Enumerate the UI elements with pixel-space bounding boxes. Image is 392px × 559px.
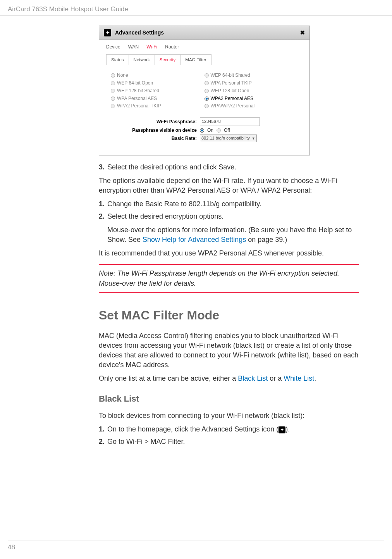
mac-para-1: MAC (Media Access Control) filtering ena… xyxy=(99,331,359,370)
note-block: Note: The Wi-Fi Passphrase length depend… xyxy=(99,264,359,293)
link-show-help[interactable]: Show Help for Advanced Settings xyxy=(143,236,246,243)
options-col-right: WEP 64-bit Shared WPA Personal TKIP WEP … xyxy=(205,71,298,110)
subtab-mac-filter[interactable]: MAC Filter xyxy=(180,54,211,65)
tab-wan[interactable]: WAN xyxy=(128,44,139,50)
text-a: Only one list at a time can be active, e… xyxy=(99,374,238,382)
opt-wep64-shared[interactable]: WEP 64-bit Shared xyxy=(205,72,298,79)
content-area: ✦ Advanced Settings ✖ Device WAN Wi-Fi R… xyxy=(0,16,392,457)
screenshot-title: Advanced Settings xyxy=(115,29,300,37)
gear-icon: ✦ xyxy=(279,426,285,433)
visibility-on[interactable]: On xyxy=(200,127,213,134)
subtabs-row: Status Network Security MAC Filter xyxy=(106,54,303,65)
passphrase-label: Wi-Fi Passphrase: xyxy=(109,119,200,125)
step-number: 2. xyxy=(99,437,107,447)
mid-step-2-extra: Mouse-over the options for more informat… xyxy=(107,225,359,245)
opt-none[interactable]: None xyxy=(111,72,205,79)
chevron-down-icon: ▼ xyxy=(252,136,255,141)
radio-icon xyxy=(217,128,221,133)
step-number: 2. xyxy=(99,212,107,221)
text-b: or a xyxy=(268,374,284,382)
opt-wep128-open[interactable]: WEP 128-bit Open xyxy=(205,88,298,94)
step-text: Go to Wi-Fi > MAC Filter. xyxy=(107,438,185,445)
text-a: On to the homepage, click the Advanced S… xyxy=(107,425,279,433)
radio-icon xyxy=(111,89,115,93)
encryption-options: None WEP 64-bit Open WEP 128-bit Shared … xyxy=(99,69,309,114)
step-number: 3. xyxy=(99,162,107,172)
mac-para-2: Only one list at a time can be active, e… xyxy=(99,374,359,383)
subtab-status[interactable]: Status xyxy=(106,54,129,65)
text-c: . xyxy=(314,374,316,382)
opt-wpa-tkip[interactable]: WPA Personal TKIP xyxy=(205,80,298,86)
page-number: 48 xyxy=(8,543,15,551)
radio-icon xyxy=(205,81,209,85)
radio-icon xyxy=(200,128,204,133)
heading-mac-filter-mode: Set MAC Filter Mode xyxy=(99,307,359,324)
note-label: Note: xyxy=(99,269,117,277)
passphrase-row: Wi-Fi Passphrase: 12345678 xyxy=(109,117,300,126)
link-white-list[interactable]: White List xyxy=(284,374,314,382)
radio-icon xyxy=(111,81,115,85)
radio-icon xyxy=(111,104,115,108)
visibility-off[interactable]: Off xyxy=(217,127,230,134)
subtab-network[interactable]: Network xyxy=(129,54,155,65)
basic-rate-select[interactable]: 802.11 b/g/n compatibility ▼ xyxy=(200,135,257,142)
opt-wpa-aes[interactable]: WPA Personal AES xyxy=(111,95,205,102)
black-step-1: 1.On to the homepage, click the Advanced… xyxy=(99,424,359,434)
radio-icon xyxy=(111,73,115,78)
opt-wpa2-tkip[interactable]: WPA2 Personal TKIP xyxy=(111,103,205,109)
step-number: 1. xyxy=(99,199,107,209)
opt-wep128-shared[interactable]: WEP 128-bit Shared xyxy=(111,88,205,94)
opt-wpa2-aes[interactable]: WPA2 Personal AES xyxy=(205,95,298,102)
radio-icon xyxy=(111,97,115,101)
step-text: Change the Basic Rate to 802.11b/g compa… xyxy=(107,200,261,208)
opt-wpa-wpa2[interactable]: WPA/WPA2 Personal xyxy=(205,103,298,109)
tab-wifi[interactable]: Wi-Fi xyxy=(146,44,157,50)
basic-rate-value: 802.11 b/g/n compatibility xyxy=(201,135,250,141)
options-col-left: None WEP 64-bit Open WEP 128-bit Shared … xyxy=(111,71,205,110)
screenshot-header: ✦ Advanced Settings ✖ xyxy=(99,26,309,40)
passphrase-input[interactable]: 12345678 xyxy=(200,117,260,126)
para-options-depend: The options available depend on the Wi-F… xyxy=(99,176,359,195)
mid-step-2: 2.Select the desired encryption options. xyxy=(99,212,359,221)
step-text: Select the desired encryption options. xyxy=(107,212,224,220)
page-footer: 48 xyxy=(8,540,384,552)
subtab-security[interactable]: Security xyxy=(155,54,181,65)
mid-step-1: 1.Change the Basic Rate to 802.11b/g com… xyxy=(99,199,359,209)
heading-black-list: Black List xyxy=(99,393,359,405)
step-number: 1. xyxy=(99,424,107,434)
black-step-2: 2.Go to Wi-Fi > MAC Filter. xyxy=(99,437,359,447)
basic-rate-row: Basic Rate: 802.11 b/g/n compatibility ▼ xyxy=(109,135,300,142)
gear-icon: ✦ xyxy=(104,29,111,36)
step-text: Select the desired options and click Sav… xyxy=(107,163,236,171)
tab-device[interactable]: Device xyxy=(106,44,120,50)
form-rows: Wi-Fi Passphrase: 12345678 Passphrase vi… xyxy=(99,114,309,155)
tab-router[interactable]: Router xyxy=(165,44,179,50)
radio-icon xyxy=(205,73,209,78)
visibility-label: Passphrase visible on device xyxy=(109,127,200,134)
page-header: AirCard 763S Mobile Hotspot User Guide xyxy=(0,0,392,16)
radio-icon xyxy=(205,104,209,108)
radio-icon xyxy=(205,89,209,93)
screenshot-body: Device WAN Wi-Fi Router Status Network S… xyxy=(99,40,309,155)
black-list-intro: To block devices from connecting to your… xyxy=(99,411,359,421)
note-text: The Wi-Fi Passphrase length depends on t… xyxy=(99,269,339,287)
para-recommend: It is recommended that you use WPA2 Pers… xyxy=(99,248,359,258)
step-3: 3.Select the desired options and click S… xyxy=(99,162,359,172)
tabs-row: Device WAN Wi-Fi Router xyxy=(99,40,309,54)
close-icon[interactable]: ✖ xyxy=(300,29,305,37)
visibility-row: Passphrase visible on device On Off xyxy=(109,127,300,134)
doc-title: AirCard 763S Mobile Hotspot User Guide xyxy=(8,5,128,13)
radio-icon xyxy=(205,97,209,101)
basic-rate-label: Basic Rate: xyxy=(109,135,200,142)
text-b: ). xyxy=(285,425,290,433)
link-black-list[interactable]: Black List xyxy=(238,374,268,382)
opt-wep64-open[interactable]: WEP 64-bit Open xyxy=(111,80,205,86)
advanced-settings-screenshot: ✦ Advanced Settings ✖ Device WAN Wi-Fi R… xyxy=(99,26,310,155)
text-b: on page 39.) xyxy=(246,236,287,243)
